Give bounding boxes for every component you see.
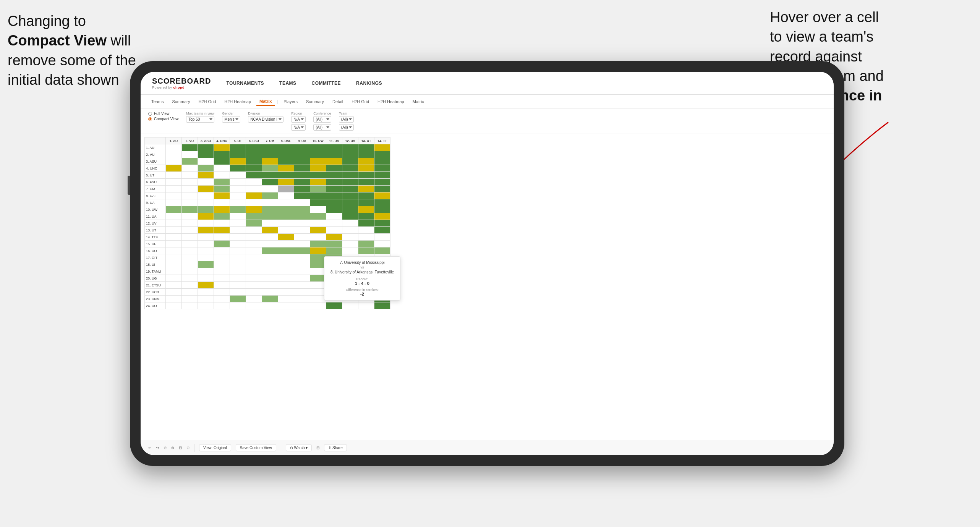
nav-rankings[interactable]: RANKINGS: [356, 81, 382, 86]
matrix-cell[interactable]: [246, 268, 262, 275]
matrix-cell[interactable]: [166, 179, 182, 186]
nav-committee[interactable]: COMMITTEE: [312, 81, 341, 86]
matrix-cell[interactable]: [262, 247, 278, 254]
matrix-cell[interactable]: [342, 206, 358, 213]
matrix-cell[interactable]: [294, 158, 310, 165]
matrix-cell[interactable]: [246, 179, 262, 186]
matrix-cell[interactable]: [326, 227, 342, 234]
matrix-cell[interactable]: [374, 227, 390, 234]
matrix-cell[interactable]: [230, 268, 246, 275]
matrix-cell[interactable]: [374, 165, 390, 172]
matrix-cell[interactable]: [326, 179, 342, 186]
matrix-cell[interactable]: [358, 227, 374, 234]
matrix-cell[interactable]: [230, 227, 246, 234]
sub-nav-summary1[interactable]: Summary: [169, 98, 193, 105]
matrix-cell[interactable]: [278, 220, 294, 227]
matrix-cell[interactable]: [246, 186, 262, 192]
matrix-cell[interactable]: [214, 289, 230, 296]
matrix-cell[interactable]: [246, 220, 262, 227]
matrix-cell[interactable]: [166, 302, 182, 309]
matrix-cell[interactable]: [198, 213, 214, 220]
matrix-cell[interactable]: [166, 227, 182, 234]
matrix-cell[interactable]: [278, 151, 294, 158]
toolbar-share[interactable]: ⇪ Share: [324, 444, 347, 451]
matrix-cell[interactable]: [326, 241, 342, 247]
filter-gender-select[interactable]: Men's: [222, 116, 240, 123]
toolbar-grid[interactable]: ⊞: [316, 446, 319, 450]
matrix-cell[interactable]: [182, 254, 198, 261]
matrix-cell[interactable]: [374, 234, 390, 241]
matrix-cell[interactable]: [262, 234, 278, 241]
matrix-cell[interactable]: [374, 151, 390, 158]
matrix-cell[interactable]: [262, 199, 278, 206]
matrix-cell[interactable]: [182, 268, 198, 275]
sub-nav-detail[interactable]: Detail: [329, 98, 346, 105]
matrix-cell[interactable]: [278, 158, 294, 165]
matrix-cell[interactable]: [326, 151, 342, 158]
matrix-cell[interactable]: [278, 144, 294, 151]
matrix-cell[interactable]: [326, 234, 342, 241]
sub-nav-h2h-heatmap1[interactable]: H2H Heatmap: [221, 98, 254, 105]
matrix-cell[interactable]: [182, 296, 198, 302]
matrix-cell[interactable]: [294, 179, 310, 186]
matrix-cell[interactable]: [294, 206, 310, 213]
matrix-cell[interactable]: [294, 199, 310, 206]
matrix-cell[interactable]: [278, 296, 294, 302]
matrix-cell[interactable]: [166, 275, 182, 282]
matrix-cell[interactable]: [214, 241, 230, 247]
toolbar-zoom-out[interactable]: ⊖: [164, 446, 167, 450]
matrix-cell[interactable]: [262, 254, 278, 261]
matrix-cell[interactable]: [294, 192, 310, 199]
matrix-cell[interactable]: [246, 234, 262, 241]
matrix-cell[interactable]: [182, 186, 198, 192]
matrix-cell[interactable]: [262, 158, 278, 165]
matrix-cell[interactable]: [198, 172, 214, 179]
matrix-cell[interactable]: [294, 282, 310, 289]
matrix-cell[interactable]: [198, 268, 214, 275]
matrix-cell[interactable]: [342, 172, 358, 179]
matrix-cell[interactable]: [198, 261, 214, 268]
matrix-cell[interactable]: [166, 165, 182, 172]
matrix-cell[interactable]: [198, 186, 214, 192]
matrix-cell[interactable]: [262, 206, 278, 213]
matrix-cell[interactable]: [278, 165, 294, 172]
matrix-cell[interactable]: [198, 220, 214, 227]
matrix-cell[interactable]: [246, 296, 262, 302]
matrix-cell[interactable]: [358, 234, 374, 241]
matrix-cell[interactable]: [182, 192, 198, 199]
matrix-cell[interactable]: [278, 199, 294, 206]
matrix-cell[interactable]: [278, 227, 294, 234]
matrix-cell[interactable]: [182, 234, 198, 241]
matrix-cell[interactable]: [182, 158, 198, 165]
matrix-cell[interactable]: [326, 158, 342, 165]
matrix-cell[interactable]: [198, 275, 214, 282]
matrix-cell[interactable]: [246, 172, 262, 179]
matrix-cell[interactable]: [166, 220, 182, 227]
filter-team-select2[interactable]: (All): [339, 124, 354, 131]
matrix-cell[interactable]: [374, 247, 390, 254]
matrix-cell[interactable]: [262, 179, 278, 186]
matrix-cell[interactable]: [182, 261, 198, 268]
matrix-cell[interactable]: [342, 220, 358, 227]
sub-nav-teams[interactable]: Teams: [148, 98, 167, 105]
matrix-cell[interactable]: [310, 302, 326, 309]
matrix-cell[interactable]: [294, 289, 310, 296]
matrix-cell[interactable]: [342, 186, 358, 192]
matrix-cell[interactable]: [166, 234, 182, 241]
matrix-cell[interactable]: [342, 234, 358, 241]
matrix-cell[interactable]: [294, 172, 310, 179]
matrix-cell[interactable]: [278, 192, 294, 199]
matrix-cell[interactable]: [230, 165, 246, 172]
matrix-cell[interactable]: [278, 172, 294, 179]
matrix-cell[interactable]: [166, 282, 182, 289]
matrix-cell[interactable]: [246, 206, 262, 213]
matrix-cell[interactable]: [374, 158, 390, 165]
matrix-cell[interactable]: [310, 247, 326, 254]
matrix-cell[interactable]: [310, 241, 326, 247]
toolbar-undo[interactable]: ↩: [148, 446, 151, 450]
matrix-cell[interactable]: [310, 206, 326, 213]
matrix-cell[interactable]: [230, 151, 246, 158]
matrix-cell[interactable]: [262, 213, 278, 220]
matrix-cell[interactable]: [198, 289, 214, 296]
matrix-cell[interactable]: [182, 172, 198, 179]
